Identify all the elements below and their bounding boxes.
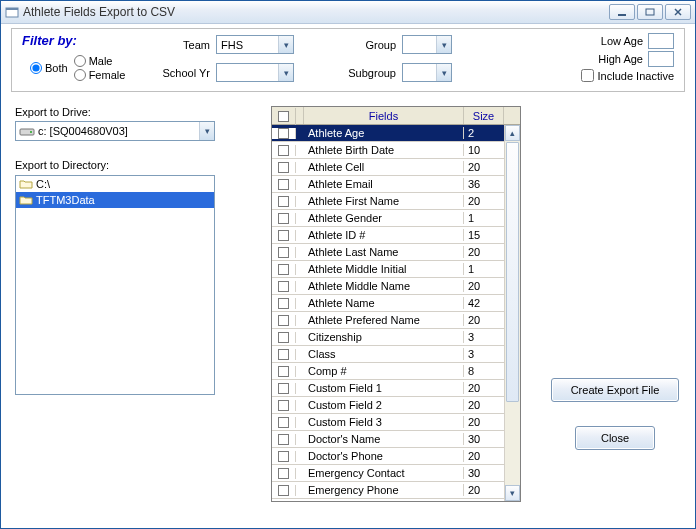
dir-item-selected[interactable]: TFTM3Data	[16, 192, 214, 208]
table-row[interactable]: Athlete ID #15	[272, 227, 504, 244]
row-size: 30	[464, 467, 504, 479]
drive-select[interactable]: c: [SQ004680V03] ▾	[15, 121, 215, 141]
row-checkbox[interactable]	[272, 366, 296, 377]
titlebar: Athlete Fields Export to CSV	[1, 1, 695, 24]
close-button[interactable]	[665, 4, 691, 20]
export-drive-label: Export to Drive:	[15, 106, 231, 118]
row-size: 36	[464, 178, 504, 190]
radio-male[interactable]: Male	[74, 55, 126, 67]
row-checkbox[interactable]	[272, 298, 296, 309]
subgroup-select[interactable]: ▾	[402, 63, 452, 82]
table-row[interactable]: Doctor's Phone20	[272, 448, 504, 465]
table-row[interactable]: Doctor's Name30	[272, 431, 504, 448]
row-checkbox[interactable]	[272, 128, 296, 139]
row-checkbox[interactable]	[272, 247, 296, 258]
row-checkbox[interactable]	[272, 196, 296, 207]
row-checkbox[interactable]	[272, 434, 296, 445]
create-export-button[interactable]: Create Export File	[551, 378, 679, 402]
row-field: Emergency Phone	[304, 484, 464, 496]
table-row[interactable]: Athlete Age2	[272, 125, 504, 142]
row-size: 3	[464, 331, 504, 343]
scroll-down-icon[interactable]: ▾	[505, 485, 520, 501]
row-checkbox[interactable]	[272, 468, 296, 479]
row-checkbox[interactable]	[272, 264, 296, 275]
table-row[interactable]: Custom Field 320	[272, 414, 504, 431]
maximize-button[interactable]	[637, 4, 663, 20]
row-checkbox[interactable]	[272, 179, 296, 190]
header-checkbox-col[interactable]	[272, 108, 296, 125]
schoolyr-select[interactable]: ▾	[216, 63, 294, 82]
row-size: 10	[464, 144, 504, 156]
header-size[interactable]: Size	[464, 107, 504, 124]
row-size: 20	[464, 382, 504, 394]
scroll-up-icon[interactable]: ▴	[505, 125, 520, 141]
row-checkbox[interactable]	[272, 145, 296, 156]
dir-item-root[interactable]: C:\	[16, 176, 214, 192]
row-size: 20	[464, 484, 504, 496]
row-checkbox[interactable]	[272, 485, 296, 496]
app-icon	[5, 5, 19, 19]
row-field: Class	[304, 348, 464, 360]
row-size: 2	[464, 127, 504, 139]
table-row[interactable]: Athlete Gender1	[272, 210, 504, 227]
row-checkbox[interactable]	[272, 383, 296, 394]
table-row[interactable]: Custom Field 220	[272, 397, 504, 414]
row-field: Athlete Birth Date	[304, 144, 464, 156]
table-row[interactable]: Emergency Contact30	[272, 465, 504, 482]
close-dialog-button[interactable]: Close	[575, 426, 655, 450]
row-checkbox[interactable]	[272, 332, 296, 343]
table-row[interactable]: Athlete Middle Name20	[272, 278, 504, 295]
include-inactive-checkbox[interactable]: Include Inactive	[581, 69, 674, 82]
table-row[interactable]: Athlete First Name20	[272, 193, 504, 210]
radio-both[interactable]: Both	[30, 62, 68, 74]
table-row[interactable]: Comp #8	[272, 363, 504, 380]
radio-female[interactable]: Female	[74, 69, 126, 81]
chevron-down-icon: ▾	[199, 122, 214, 140]
table-row[interactable]: Athlete Middle Initial1	[272, 261, 504, 278]
row-field: Athlete Age	[304, 127, 464, 139]
scroll-thumb[interactable]	[506, 142, 519, 402]
table-row[interactable]: Custom Field 120	[272, 380, 504, 397]
subgroup-label: Subgroup	[334, 67, 396, 79]
minimize-button[interactable]	[609, 4, 635, 20]
schoolyr-label: School Yr	[152, 67, 210, 79]
row-field: Athlete Cell	[304, 161, 464, 173]
table-row[interactable]: Emergency Phone20	[272, 482, 504, 499]
row-checkbox[interactable]	[272, 213, 296, 224]
team-select[interactable]: FHS▾	[216, 35, 294, 54]
table-row[interactable]: Athlete Last Name20	[272, 244, 504, 261]
lowage-input[interactable]	[648, 33, 674, 49]
row-field: Athlete Middle Initial	[304, 263, 464, 275]
chevron-down-icon: ▾	[278, 36, 293, 53]
row-checkbox[interactable]	[272, 281, 296, 292]
row-size: 1	[464, 263, 504, 275]
row-checkbox[interactable]	[272, 417, 296, 428]
row-field: Athlete Email	[304, 178, 464, 190]
row-size: 3	[464, 348, 504, 360]
header-fields[interactable]: Fields	[304, 107, 464, 124]
table-row[interactable]: Group3	[272, 499, 504, 501]
table-row[interactable]: Athlete Cell20	[272, 159, 504, 176]
table-row[interactable]: Citizenship3	[272, 329, 504, 346]
row-checkbox[interactable]	[272, 451, 296, 462]
row-field: Citizenship	[304, 331, 464, 343]
row-size: 20	[464, 314, 504, 326]
row-checkbox[interactable]	[272, 349, 296, 360]
directory-list[interactable]: C:\ TFTM3Data	[15, 175, 215, 395]
highage-input[interactable]	[648, 51, 674, 67]
table-row[interactable]: Athlete Birth Date10	[272, 142, 504, 159]
vertical-scrollbar[interactable]: ▴ ▾	[504, 125, 520, 501]
group-label: Group	[356, 39, 396, 51]
row-field: Athlete Gender	[304, 212, 464, 224]
table-row[interactable]: Athlete Email36	[272, 176, 504, 193]
row-checkbox[interactable]	[272, 400, 296, 411]
table-row[interactable]: Athlete Name42	[272, 295, 504, 312]
group-select[interactable]: ▾	[402, 35, 452, 54]
table-row[interactable]: Athlete Prefered Name20	[272, 312, 504, 329]
highage-label: High Age	[598, 53, 643, 65]
row-checkbox[interactable]	[272, 162, 296, 173]
row-size: 20	[464, 450, 504, 462]
row-checkbox[interactable]	[272, 230, 296, 241]
table-row[interactable]: Class3	[272, 346, 504, 363]
row-checkbox[interactable]	[272, 315, 296, 326]
